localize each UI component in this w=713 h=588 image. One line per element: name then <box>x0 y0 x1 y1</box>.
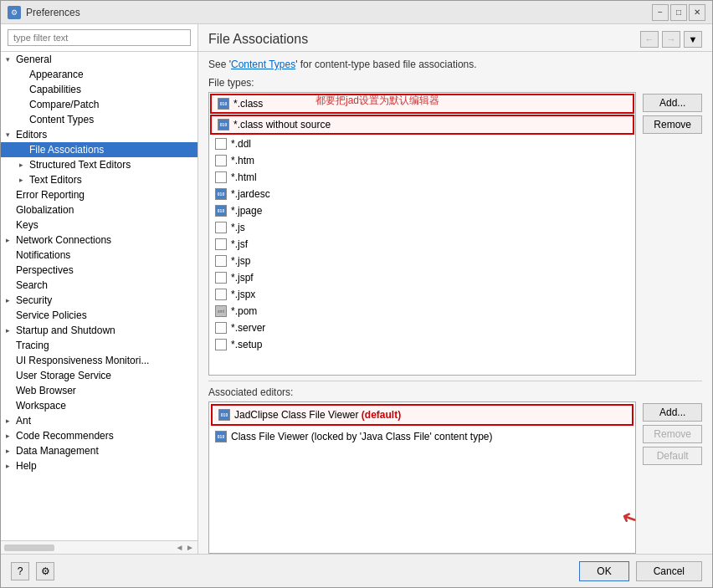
file-type-item-js[interactable]: *.js <box>209 219 635 236</box>
tree-item-globalization[interactable]: Globalization <box>1 202 197 217</box>
tree-arrow-startup-shutdown <box>6 326 16 335</box>
tree-item-web-browser[interactable]: Web Browser <box>1 383 197 398</box>
assoc-remove-button[interactable]: Remove <box>643 425 702 443</box>
assoc-default-button[interactable]: Default <box>643 447 702 465</box>
tree-item-capabilities[interactable]: Capabilities <box>1 82 197 97</box>
tree-item-tracing[interactable]: Tracing <box>1 338 197 353</box>
tree-item-structured-text-editors[interactable]: Structured Text Editors <box>1 157 197 172</box>
file-types-label: File types: <box>198 74 712 92</box>
tree-arrow-code-recommenders <box>6 432 16 440</box>
tree-item-ant[interactable]: Ant <box>1 413 197 428</box>
tree-item-startup-shutdown[interactable]: Startup and Shutdown <box>1 323 197 338</box>
tree-item-file-associations[interactable]: File Associations <box>1 142 197 157</box>
tree-arrow-text-editors <box>19 176 29 184</box>
main-content: GeneralAppearanceCapabilitiesCompare/Pat… <box>1 24 712 554</box>
file-type-add-button[interactable]: Add... <box>643 94 702 112</box>
tree-item-search[interactable]: Search <box>1 278 197 293</box>
tree-label-notifications: Notifications <box>16 249 70 261</box>
tree-item-appearance[interactable]: Appearance <box>1 67 197 82</box>
tree-item-notifications[interactable]: Notifications <box>1 248 197 263</box>
tree-label-data-management: Data Management <box>16 445 99 457</box>
nav-back-button[interactable]: ← <box>640 31 659 48</box>
file-type-text-jardesc: *.jardesc <box>231 188 270 200</box>
tree-item-network-connections[interactable]: Network Connections <box>1 233 197 248</box>
file-type-text-jspx: *.jspx <box>231 289 255 300</box>
file-type-buttons: Add... Remove <box>643 92 702 376</box>
tree-item-text-editors[interactable]: Text Editors <box>1 172 197 187</box>
file-type-item-jspx[interactable]: *.jspx <box>209 286 635 303</box>
tree-item-help[interactable]: Help <box>1 458 197 473</box>
help-button[interactable]: ? <box>11 562 29 580</box>
minimize-button[interactable]: − <box>652 4 669 21</box>
file-type-text-js: *.js <box>231 222 245 233</box>
settings-button[interactable]: ⚙ <box>36 562 54 580</box>
tree-item-security[interactable]: Security <box>1 293 197 308</box>
file-type-item-jsf[interactable]: *.jsf <box>209 236 635 253</box>
filter-input[interactable] <box>8 29 191 46</box>
tree-arrow-structured-text-editors <box>19 161 29 169</box>
file-type-item-jsp[interactable]: *.jsp <box>209 253 635 269</box>
bottom-left: ? ⚙ <box>11 562 54 580</box>
tree-item-compare-patch[interactable]: Compare/Patch <box>1 97 197 112</box>
file-type-icon-jspx <box>214 288 228 301</box>
tree-item-service-policies[interactable]: Service Policies <box>1 308 197 323</box>
file-type-item-htm[interactable]: *.htm <box>209 152 635 169</box>
tree-item-error-reporting[interactable]: Error Reporting <box>1 187 197 202</box>
default-tag: (default) <box>362 409 401 421</box>
file-type-text-htm: *.htm <box>231 155 254 166</box>
file-type-item-ddl[interactable]: *.ddl <box>209 135 635 152</box>
bottom-right: OK Cancel <box>579 561 702 581</box>
tree-item-perspectives[interactable]: Perspectives <box>1 263 197 278</box>
tree-item-editors[interactable]: Editors <box>1 127 197 142</box>
file-type-text-jpage: *.jpage <box>231 205 262 217</box>
tree-label-content-types: Content Types <box>29 114 94 125</box>
left-scroll-bottom[interactable]: ◄ ► <box>1 540 197 554</box>
file-types-list[interactable]: 010*.class010*.class without source*.ddl… <box>208 92 636 376</box>
file-type-icon-setup <box>214 338 228 351</box>
tree-label-error-reporting: Error Reporting <box>16 189 85 201</box>
file-type-icon-class: 010 <box>217 97 230 110</box>
maximize-button[interactable]: □ <box>670 4 687 21</box>
cancel-button[interactable]: Cancel <box>636 561 702 581</box>
tree-item-content-types[interactable]: Content Types <box>1 112 197 127</box>
file-type-item-jspf[interactable]: *.jspf <box>209 269 635 286</box>
tree-item-ui-responsiveness[interactable]: UI Responsiveness Monitori... <box>1 353 197 368</box>
file-type-item-jardesc[interactable]: 010*.jardesc <box>209 186 635 202</box>
file-type-icon-ddl <box>214 137 228 151</box>
window-icon: ⚙ <box>8 6 21 19</box>
divider <box>208 381 702 381</box>
file-type-item-class-no-source[interactable]: 010*.class without source <box>210 115 634 135</box>
close-button[interactable]: ✕ <box>689 4 705 21</box>
tree-item-general[interactable]: General <box>1 52 197 67</box>
bottom-bar: ? ⚙ OK Cancel <box>1 554 712 587</box>
tree-area: GeneralAppearanceCapabilitiesCompare/Pat… <box>1 52 197 540</box>
file-type-remove-button[interactable]: Remove <box>643 115 702 134</box>
file-type-item-server[interactable]: *.server <box>209 320 635 336</box>
nav-menu-button[interactable]: ▼ <box>684 31 702 48</box>
file-type-text-jsp: *.jsp <box>231 255 250 267</box>
tree-item-code-recommenders[interactable]: Code Recommenders <box>1 428 197 443</box>
file-type-item-class[interactable]: 010*.class <box>210 94 634 114</box>
tree-item-data-management[interactable]: Data Management <box>1 443 197 458</box>
file-type-text-setup: *.setup <box>231 339 262 350</box>
tree-item-user-storage[interactable]: User Storage Service <box>1 368 197 383</box>
tree-label-appearance: Appearance <box>29 69 84 80</box>
tree-arrow-general <box>6 55 16 64</box>
tree-item-workspace[interactable]: Workspace <box>1 398 197 413</box>
tree-label-structured-text-editors: Structured Text Editors <box>29 159 131 171</box>
content-types-link[interactable]: Content Types <box>231 59 295 70</box>
nav-forward-button[interactable]: → <box>662 31 680 48</box>
file-types-area: 010*.class010*.class without source*.ddl… <box>198 92 712 376</box>
tree-item-keys[interactable]: Keys <box>1 217 197 233</box>
assoc-editor-item-jadclipse[interactable]: 010JadClipse Class File Viewer (default) <box>211 404 633 426</box>
ok-button[interactable]: OK <box>579 561 628 581</box>
file-type-item-pom[interactable]: xml*.pom <box>209 303 635 320</box>
assoc-editor-item-class-file-viewer[interactable]: 010Class File Viewer (locked by 'Java Cl… <box>209 427 635 446</box>
file-type-item-html[interactable]: *.html <box>209 169 635 186</box>
file-type-item-jpage[interactable]: 010*.jpage <box>209 202 635 219</box>
tree-label-editors: Editors <box>16 129 47 141</box>
assoc-add-button[interactable]: Add... <box>643 403 702 422</box>
assoc-editors-list[interactable]: 010JadClipse Class File Viewer (default)… <box>208 401 636 554</box>
file-type-item-setup[interactable]: *.setup <box>209 336 635 353</box>
tree-label-ant: Ant <box>16 415 31 427</box>
